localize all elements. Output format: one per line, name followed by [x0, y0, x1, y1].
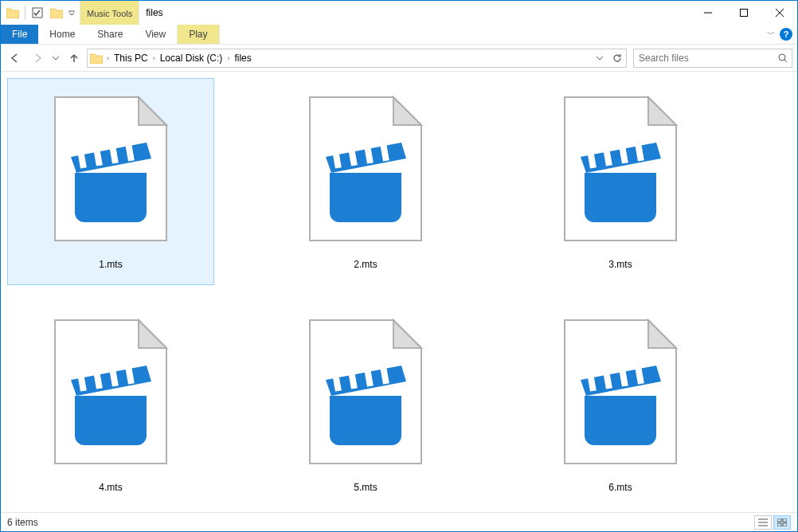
video-file-icon	[39, 84, 182, 254]
ribbon-tabs: File Home Share View Play ﹀ ?	[1, 25, 797, 45]
forward-button[interactable]	[28, 49, 47, 68]
help-icon[interactable]: ?	[780, 28, 792, 41]
view-tab[interactable]: View	[134, 25, 177, 44]
home-tab[interactable]: Home	[38, 25, 86, 44]
search-box[interactable]	[633, 49, 792, 68]
spacer	[170, 1, 690, 25]
explorer-window: Music Tools files File Home Share View P…	[0, 0, 798, 532]
contextual-tools-tab[interactable]: Music Tools	[80, 1, 139, 25]
recent-dropdown-icon[interactable]	[50, 49, 61, 68]
title-bar: Music Tools files	[1, 1, 797, 25]
thumbnails-view-icon[interactable]	[773, 515, 791, 530]
svg-point-12	[779, 54, 785, 61]
svg-line-13	[784, 60, 787, 62]
window-controls	[690, 1, 797, 25]
file-name: 6.mts	[608, 482, 632, 493]
file-tab[interactable]: File	[1, 25, 38, 44]
file-list[interactable]: 1.mts 2.mts 3.mts 4.mts 5.mts 6.mts	[1, 72, 797, 512]
file-name: 3.mts	[608, 259, 632, 270]
breadcrumb-this-pc[interactable]: This PC	[111, 49, 151, 67]
qat-folder-icon[interactable]	[4, 4, 22, 22]
navigation-bar: › This PC › Local Disk (C:) › files	[1, 45, 797, 72]
search-icon[interactable]	[774, 53, 792, 63]
refresh-icon[interactable]	[608, 49, 626, 67]
video-file-icon	[294, 307, 437, 477]
qat-new-folder-icon[interactable]	[48, 4, 65, 22]
file-name: 4.mts	[99, 482, 122, 493]
file-item[interactable]: 2.mts	[262, 78, 469, 285]
breadcrumb-local-disk[interactable]: Local Disk (C:)	[157, 49, 226, 67]
window-title: files	[139, 1, 169, 25]
share-tab[interactable]: Share	[86, 25, 134, 44]
chevron-right-icon[interactable]: ›	[151, 54, 157, 62]
file-item[interactable]: 1.mts	[7, 78, 214, 285]
video-file-icon	[549, 84, 692, 254]
file-item[interactable]: 6.mts	[517, 301, 724, 508]
address-dropdown-icon[interactable]	[591, 49, 608, 67]
qat-dropdown-icon[interactable]	[67, 4, 76, 22]
back-button[interactable]	[6, 49, 25, 68]
collapse-ribbon-icon[interactable]: ﹀	[767, 29, 775, 40]
file-grid: 1.mts 2.mts 3.mts 4.mts 5.mts 6.mts	[7, 78, 797, 512]
breadcrumb-files[interactable]: files	[231, 49, 254, 67]
svg-rect-20	[783, 523, 787, 526]
search-input[interactable]	[634, 53, 774, 64]
view-mode-buttons	[754, 515, 791, 530]
video-file-icon	[39, 307, 182, 477]
address-bar[interactable]: › This PC › Local Disk (C:) › files	[87, 49, 627, 68]
chevron-right-icon[interactable]: ›	[105, 54, 111, 62]
file-name: 2.mts	[354, 259, 377, 270]
video-file-icon	[549, 307, 692, 477]
svg-rect-19	[777, 523, 781, 526]
file-item[interactable]: 3.mts	[517, 78, 724, 285]
status-item-count: 6 items	[7, 517, 38, 528]
spacer	[220, 25, 767, 44]
file-item[interactable]: 5.mts	[262, 301, 469, 508]
video-file-icon	[294, 84, 437, 254]
ribbon-right: ﹀ ?	[767, 25, 797, 44]
minimize-button[interactable]	[690, 1, 726, 24]
svg-rect-17	[777, 518, 781, 522]
quick-access-toolbar	[1, 1, 80, 25]
address-folder-icon[interactable]	[88, 53, 105, 64]
file-name: 5.mts	[354, 482, 377, 493]
svg-rect-9	[740, 9, 747, 16]
status-bar: 6 items	[1, 512, 797, 531]
file-item[interactable]: 4.mts	[7, 301, 214, 508]
separator	[25, 6, 25, 20]
play-tab[interactable]: Play	[177, 25, 219, 44]
qat-properties-icon[interactable]	[29, 4, 46, 22]
chevron-right-icon[interactable]: ›	[225, 54, 231, 62]
file-name: 1.mts	[99, 259, 122, 270]
svg-rect-18	[783, 518, 787, 522]
up-button[interactable]	[65, 49, 84, 68]
close-button[interactable]	[761, 1, 797, 24]
details-view-icon[interactable]	[754, 515, 772, 530]
maximize-button[interactable]	[726, 1, 761, 24]
